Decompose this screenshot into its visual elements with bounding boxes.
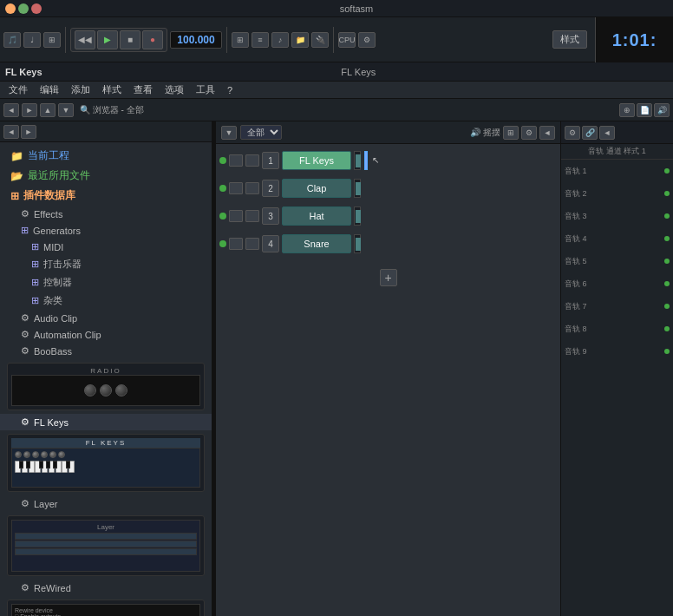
sidebar-item-drums[interactable]: ⊞ 打击乐器: [0, 255, 212, 273]
audio-clip-icon: ⚙: [21, 312, 29, 324]
browser-icon[interactable]: 📁: [291, 32, 309, 48]
stop-btn[interactable]: ■: [120, 30, 140, 49]
pattern-icon[interactable]: ⊞: [232, 32, 249, 48]
menu-add[interactable]: 添加: [66, 82, 95, 98]
sidebar-item-automation-clip[interactable]: ⚙ Automation Clip: [0, 326, 212, 343]
sidebar-item-layer[interactable]: ⚙ Layer: [0, 495, 212, 512]
tool-icon-3[interactable]: ⊞: [43, 32, 61, 48]
expand-icon[interactable]: ►: [21, 125, 36, 139]
mixer-link-icon[interactable]: 🔗: [582, 126, 598, 140]
sidebar-item-misc[interactable]: ⊞ 杂类: [0, 292, 212, 310]
sidebar-item-plugin-db[interactable]: ⊞ 插件数据库: [0, 186, 212, 206]
nav-down[interactable]: ▼: [58, 103, 74, 117]
menu-tools[interactable]: 工具: [191, 82, 220, 98]
settings-icon[interactable]: ⚙: [358, 32, 376, 48]
channel-num-3: 3: [262, 207, 279, 225]
mixer-track-5: 音轨 5: [561, 250, 673, 272]
rewired-icon: ⚙: [21, 582, 29, 593]
menu-style[interactable]: 样式: [97, 82, 127, 98]
win-btn-close[interactable]: [31, 3, 42, 14]
piano-icon[interactable]: ♪: [271, 32, 289, 48]
channel-name-btn-2[interactable]: Clap: [282, 179, 351, 198]
channel-vol-1[interactable]: [354, 151, 361, 170]
sidebar-item-controllers[interactable]: ⊞ 控制器: [0, 273, 212, 292]
add-icon[interactable]: ⊕: [619, 103, 635, 117]
collapse-icon[interactable]: ◄: [3, 125, 19, 139]
doc-icon[interactable]: 📄: [637, 103, 652, 117]
channel-solo-4[interactable]: [245, 238, 259, 250]
menu-options[interactable]: 选项: [160, 82, 189, 98]
channel-mute-1[interactable]: [229, 154, 243, 167]
channel-solo-1[interactable]: [245, 154, 259, 167]
bpm-display[interactable]: 100.000: [170, 31, 222, 49]
sidebar-item-recent-files[interactable]: 📂 最近所用文件: [0, 166, 212, 186]
channel-mute-4[interactable]: [229, 238, 243, 250]
sidebar-item-effects[interactable]: ⚙ Effects: [0, 206, 212, 222]
menu-edit[interactable]: 编辑: [35, 82, 64, 98]
rewind-btn[interactable]: ◀◀: [75, 30, 95, 49]
window-chrome: softasm: [0, 0, 673, 17]
mixer-track-3: 音轨 3: [561, 205, 673, 227]
track-label-7: 音轨 7: [565, 301, 587, 312]
sidebar-label-misc: 杂类: [43, 294, 62, 307]
play-btn[interactable]: ▶: [97, 30, 118, 49]
mixer-track-2: 音轨 2: [561, 182, 673, 205]
mixer-icon[interactable]: ≡: [252, 32, 269, 48]
sidebar-item-generators[interactable]: ⊞ Generators: [0, 222, 212, 239]
channel-mute-2[interactable]: [229, 182, 243, 194]
channel-led-3[interactable]: [219, 213, 226, 220]
fl-keys-gear-icon: ⚙: [21, 416, 29, 428]
stop-icon: ■: [127, 35, 133, 44]
cpu-icon[interactable]: CPU: [338, 32, 356, 48]
sidebar-label-recent-files: 最近所用文件: [28, 168, 90, 183]
channel-solo-2[interactable]: [245, 182, 259, 194]
win-btn-min[interactable]: [5, 3, 16, 14]
sidebar-item-midi[interactable]: ⊞ MIDI: [0, 239, 212, 255]
menu-bar: 文件 编辑 添加 样式 查看 选项 工具 ?: [0, 82, 673, 99]
channel-name-btn-4[interactable]: Snare: [282, 234, 351, 253]
add-channel-btn[interactable]: +: [380, 269, 397, 286]
plugin-db-icon: ⊞: [10, 190, 19, 202]
channel-led-4[interactable]: [219, 240, 226, 247]
channel-led-2[interactable]: [219, 185, 226, 192]
track-label-6: 音轨 6: [565, 279, 587, 290]
channel-vol-3[interactable]: [354, 206, 361, 226]
channel-mute-3[interactable]: [229, 210, 243, 222]
channel-led-1[interactable]: [219, 157, 226, 164]
track-dot-1: [664, 168, 670, 174]
tool-icon-1[interactable]: 🎵: [3, 32, 21, 48]
menu-help[interactable]: ?: [222, 83, 238, 97]
mixer-collapse[interactable]: ◄: [599, 126, 615, 140]
track-dot-3: [664, 213, 670, 219]
channel-name-btn-1[interactable]: FL Keys: [282, 151, 351, 170]
sidebar-item-fl-keys[interactable]: ⚙ FL Keys: [0, 414, 212, 430]
channel-vol-4[interactable]: [354, 234, 361, 253]
plugin-icon[interactable]: 🔌: [311, 32, 329, 48]
sidebar-item-rewired[interactable]: ⚙ ReWired: [0, 580, 212, 596]
seq-collapse-icon[interactable]: ◄: [539, 126, 555, 140]
sidebar-item-audio-clip[interactable]: ⚙ Audio Clip: [0, 310, 212, 326]
seq-grid-icon[interactable]: ⊞: [503, 126, 519, 140]
record-btn[interactable]: ●: [142, 30, 163, 49]
menu-file[interactable]: 文件: [3, 82, 33, 98]
channel-solo-3[interactable]: [245, 210, 259, 222]
channel-vol-2[interactable]: [354, 179, 361, 198]
speaker-icon[interactable]: 🔊: [654, 103, 670, 117]
nav-up[interactable]: ▲: [40, 103, 56, 117]
win-btn-max[interactable]: [18, 3, 29, 14]
sidebar-item-boobass[interactable]: ⚙ BooBass: [0, 343, 212, 359]
seq-settings-icon[interactable]: ⚙: [521, 126, 537, 140]
menu-view[interactable]: 查看: [128, 82, 158, 98]
midi-icon: ⊞: [31, 241, 39, 252]
nav-fwd[interactable]: ►: [22, 103, 37, 117]
tool-icon-2[interactable]: ♩: [23, 32, 41, 48]
seq-filter-dropdown[interactable]: 全部: [240, 125, 282, 140]
nav-back[interactable]: ◄: [3, 103, 19, 117]
channel-name-btn-3[interactable]: Hat: [282, 206, 351, 226]
sidebar-item-current-project[interactable]: 📁 当前工程: [0, 146, 212, 166]
seq-toolbar: ▼ 全部 🔊 摇摆 ⊞ ⚙ ◄: [216, 121, 560, 144]
seq-down-icon[interactable]: ▼: [221, 126, 237, 140]
effects-gear-icon: ⚙: [21, 208, 29, 220]
style-button[interactable]: 样式: [552, 30, 587, 49]
mixer-settings-icon[interactable]: ⚙: [565, 126, 580, 140]
